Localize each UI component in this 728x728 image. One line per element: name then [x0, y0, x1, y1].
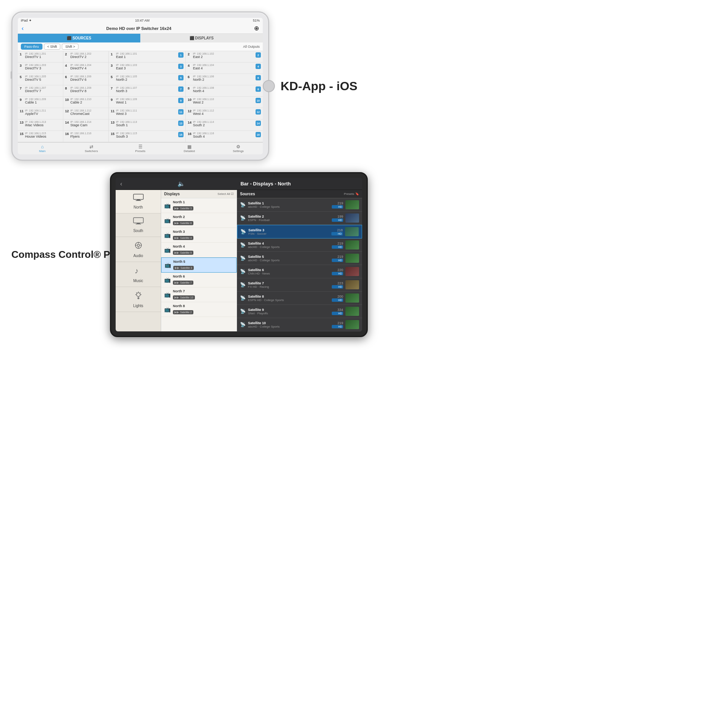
tab-sources[interactable]: ⬛ SOURCES — [18, 34, 140, 42]
display-cell-12[interactable]: 12 12 IP: 192.168.1.112 West 4 — [186, 108, 263, 119]
settings-icon: ⚙ — [215, 144, 262, 149]
audio-icon — [134, 241, 143, 252]
source-cell-12[interactable]: 12 IP: 192.168.1.212 ChromeCast — [63, 108, 109, 119]
detailed-label: Detailed — [184, 149, 195, 153]
display-cell-2[interactable]: 2 2 IP: 192.168.1.102 East 2 — [186, 51, 263, 63]
source-icon-10: 📡 — [240, 322, 246, 327]
display-item-north7[interactable]: 📺 North 7 ▶▶ Satellite 10 — [161, 287, 237, 302]
bottom-tab-switchers[interactable]: ⇄ Switchers — [67, 143, 116, 154]
source-item-sat3[interactable]: 📡 Satellite 3 FSN · Soccer 218 HD — [237, 225, 362, 238]
bottom-tab-settings[interactable]: ⚙ Settings — [214, 143, 263, 154]
music-icon: ♪ — [134, 266, 143, 277]
sources-panel-title: Sources — [240, 192, 255, 196]
sources-panel-header: Sources Presets 🔖 — [237, 190, 362, 198]
tablet-back-button[interactable]: ‹ — [120, 180, 122, 187]
svg-line-18 — [136, 293, 136, 293]
display-cell-6[interactable]: 6 6 IP: 192.168.1.106 North 2 — [186, 74, 263, 85]
shift-right-button[interactable]: Shift > — [62, 44, 78, 50]
display-cell-9[interactable]: 9 9 IP: 192.168.1.109 West 1 — [109, 97, 186, 108]
back-button[interactable]: ‹ — [22, 25, 24, 32]
source-cell-2[interactable]: 2 IP: 192.168.1.202 DirectTV 2 — [63, 51, 109, 63]
source-item-sat5[interactable]: 📡 Satellite 5 abcHD · College Sports 219… — [237, 252, 362, 265]
source-cell-15[interactable]: 15 IP: 192.168.1.215 House Videos — [18, 131, 63, 142]
ios-app-title: KD-App - iOS — [281, 79, 358, 93]
source-cell-10[interactable]: 10 IP: 192.168.1.210 Cable 2 — [63, 97, 109, 108]
display-cell-3[interactable]: 3 3 IP: 192.168.1.103 East 3 — [109, 63, 186, 74]
source-item-sat7[interactable]: 📡 Satellite 7 FX HD · Racing 223 HD — [237, 278, 362, 292]
display-item-north1[interactable]: 📺 North 1 ▶▶ Satellite 3 — [161, 198, 237, 213]
source-item-sat10[interactable]: 📡 Satellite 10 abcHD · College Sports 21… — [237, 318, 362, 331]
display-cell-7[interactable]: 7 7 IP: 192.168.1.107 North 3 — [109, 85, 186, 97]
sources-grid: 1 IP: 192.168.1.201 DirectTV 1 2 IP: 192… — [18, 51, 108, 142]
source-item-sat1[interactable]: 📡 Satellite 1 abcHD · College Sports 219… — [237, 198, 362, 212]
svg-rect-3 — [133, 218, 143, 223]
source-cell-5[interactable]: 5 IP: 192.168.1.205 DirectTV 5 — [18, 74, 63, 85]
svg-rect-5 — [136, 224, 141, 224]
tab-displays[interactable]: ⬛ DISPLAYS — [140, 34, 263, 42]
sidebar-item-music[interactable]: ♪ Music — [116, 262, 161, 287]
sidebar-item-lights[interactable]: Lights — [116, 287, 161, 312]
tablet-screen: ‹ 🔈 Bar - Displays - North — [116, 178, 362, 331]
source-cell-16[interactable]: 16 IP: 192.168.1.216 Flyers — [63, 131, 109, 142]
source-item-sat2[interactable]: 📡 Satellite 2 ESPN · Football 199 HD — [237, 212, 362, 225]
source-cell-13[interactable]: 13 IP: 192.168.1.213 iMac Videos — [18, 119, 63, 131]
display-tv-icon: 📺 — [164, 202, 171, 209]
status-center: 10:47 AM — [135, 19, 149, 22]
source-thumb-3 — [345, 227, 359, 236]
bottom-tab-main[interactable]: ⌂ Main — [18, 143, 67, 154]
passthru-button[interactable]: Pass-thru — [21, 44, 42, 50]
sidebar-item-north[interactable]: North — [116, 190, 161, 213]
display-item-north4[interactable]: 📺 North 4 ▶▶ Satellite 9 — [161, 243, 237, 257]
display-tv-icon-3: 📺 — [164, 232, 171, 238]
display-cell-5[interactable]: 5 5 IP: 192.168.1.105 North 2 — [109, 74, 186, 85]
source-cell-9[interactable]: 9 IP: 192.168.1.209 Cable 1 — [18, 97, 63, 108]
display-cell-11[interactable]: 11 11 IP: 192.168.1.111 West 3 — [109, 108, 186, 119]
presets-button[interactable]: Presets 🔖 — [344, 192, 359, 196]
display-item-north6[interactable]: 📺 North 6 ▶▶ Satellite 7 — [161, 273, 237, 287]
display-item-north8[interactable]: 📺 North 8 ▶▶ Satellite 2 — [161, 302, 237, 317]
sidebar-item-audio[interactable]: Audio — [116, 237, 161, 262]
display-item-north3[interactable]: 📺 North 3 ▶▶ Satellite 4 — [161, 228, 237, 243]
source-item-sat4[interactable]: 📡 Satellite 4 abcHD · College Sports 219… — [237, 238, 362, 252]
svg-rect-4 — [137, 223, 140, 224]
source-item-sat6[interactable]: 📡 Satellite 6 CNN HD · News 220 HD — [237, 265, 362, 278]
tablet-sources-panel: Sources Presets 🔖 📡 Satellite 1 abcHD · … — [237, 190, 362, 331]
tablet-displays-panel: Displays Select All ☑ 📺 North 1 ▶▶ Satel — [161, 190, 237, 331]
ios-tab-bar: ⬛ SOURCES ⬛ DISPLAYS — [18, 34, 263, 42]
source-cell-4[interactable]: 4 IP: 192.168.1.204 DirectTV 4 — [63, 63, 109, 74]
display-cell-8[interactable]: 8 8 IP: 192.168.1.108 North 4 — [186, 85, 263, 97]
display-cell-13[interactable]: 13 13 IP: 192.168.1.113 South 1 — [109, 119, 186, 131]
display-item-north5[interactable]: 📺 North 5 ▶▶ Satellite 3 — [161, 257, 237, 273]
lights-icon — [134, 291, 143, 302]
select-all-button[interactable]: Select All ☑ — [218, 192, 234, 196]
display-cell-10[interactable]: 10 10 IP: 192.168.1.110 West 2 — [186, 97, 263, 108]
display-info-north1: North 1 ▶▶ Satellite 3 — [173, 200, 234, 211]
source-item-sat8[interactable]: 📡 Satellite 8 ESPN HD · College Sports 2… — [237, 292, 362, 305]
source-cell-8[interactable]: 8 IP: 192.168.1.208 DirectTV 8 — [63, 85, 109, 97]
source-cell-14[interactable]: 14 IP: 192.168.1.214 Stage Cam — [63, 119, 109, 131]
svg-point-13 — [136, 293, 140, 297]
tablet-content: North South — [116, 190, 362, 331]
display-cell-14[interactable]: 14 14 IP: 192.168.1.114 South 2 — [186, 119, 263, 131]
display-cell-15[interactable]: 15 15 IP: 192.168.1.115 South 3 — [109, 131, 186, 142]
source-cell-11[interactable]: 11 IP: 192.168.1.211 AppleTV — [18, 108, 63, 119]
ipad-home-button[interactable] — [263, 80, 275, 92]
source-cell-7[interactable]: 7 IP: 192.168.1.207 DirectTV 7 — [18, 85, 63, 97]
sidebar-item-south[interactable]: South — [116, 213, 161, 237]
shift-left-button[interactable]: < Shift — [44, 44, 61, 50]
ipad-screen: iPad ✦ 10:47 AM 51% ‹ Demo HD over IP Sw… — [18, 18, 263, 154]
source-cell-1[interactable]: 1 IP: 192.168.1.201 DirectTV 1 — [18, 51, 63, 63]
svg-text:♪: ♪ — [135, 267, 138, 275]
bottom-tab-detailed[interactable]: ▦ Detailed — [165, 143, 214, 154]
display-cell-16[interactable]: 16 16 IP: 192.168.1.116 South 4 — [186, 131, 263, 142]
source-cell-6[interactable]: 6 IP: 192.168.1.206 DirectTV 6 — [63, 74, 109, 85]
source-item-sat9[interactable]: 📡 Satellite 9 SNet · Playoffs 334 HD — [237, 305, 362, 318]
display-cell-1[interactable]: 1 1 IP: 192.168.1.101 East 1 — [109, 51, 186, 63]
bottom-tab-presets[interactable]: ☰ Presets — [116, 143, 165, 154]
source-thumb-1 — [345, 200, 359, 209]
tablet-volume-icon[interactable]: 🔈 — [177, 180, 185, 187]
display-item-north2[interactable]: 📺 North 2 ▶▶ Satellite 8 — [161, 213, 237, 228]
display-tv-icon-2: 📺 — [164, 217, 171, 223]
display-cell-4[interactable]: 4 4 IP: 192.168.1.104 East 4 — [186, 63, 263, 74]
source-cell-3[interactable]: 3 IP: 192.168.1.203 DirectTV 3 — [18, 63, 63, 74]
